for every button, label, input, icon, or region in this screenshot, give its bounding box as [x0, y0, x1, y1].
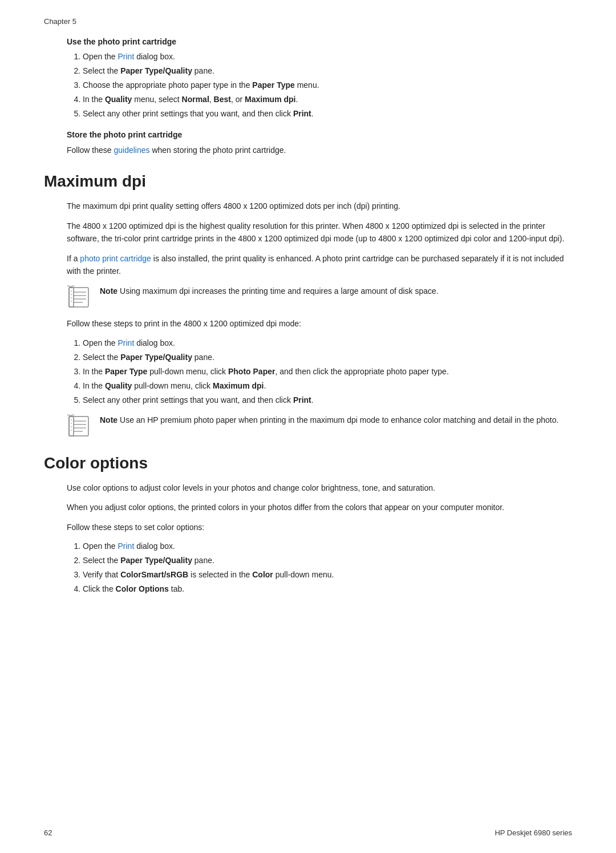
- note-icon-2: [67, 414, 94, 438]
- svg-rect-11: [69, 417, 74, 436]
- color-options-para3: Follow these steps to set color options:: [67, 521, 572, 533]
- max-dpi-para4: Follow these steps to print in the 4800 …: [67, 317, 572, 330]
- product-name: HP Deskjet 6980 series: [495, 828, 572, 837]
- list-item: Open the Print dialog box.: [83, 51, 572, 63]
- print-link-2[interactable]: Print: [118, 338, 135, 347]
- print-link-1[interactable]: Print: [118, 52, 135, 61]
- list-item: Select any other print settings that you…: [83, 108, 572, 120]
- note-box-2: Note Use an HP premium photo paper when …: [67, 414, 572, 438]
- list-item: Open the Print dialog box.: [83, 540, 572, 552]
- photo-print-cartridge-link[interactable]: photo print cartridge: [80, 254, 151, 263]
- color-options-para1: Use color options to adjust color levels…: [67, 482, 572, 494]
- note-box-1: Note Using maximum dpi increases the pri…: [67, 285, 572, 309]
- list-item: Click the Color Options tab.: [83, 583, 572, 595]
- note2-label: Note: [100, 415, 117, 425]
- chapter-label: Chapter 5: [44, 17, 572, 26]
- color-options-title: Color options: [44, 454, 572, 472]
- section1-steps: Open the Print dialog box. Select the Pa…: [83, 51, 572, 120]
- section1-heading: Use the photo print cartridge: [67, 37, 572, 46]
- print-link-3[interactable]: Print: [118, 541, 135, 551]
- list-item: Choose the appropriate photo paper type …: [83, 79, 572, 91]
- svg-rect-1: [69, 288, 74, 307]
- max-dpi-para3: If a photo print cartridge is also insta…: [67, 252, 572, 278]
- note1-text: Note Using maximum dpi increases the pri…: [100, 285, 439, 297]
- svg-rect-0: [69, 288, 88, 307]
- note-icon-1: [67, 285, 94, 309]
- list-item: In the Quality menu, select Normal, Best…: [83, 94, 572, 106]
- color-options-para2: When you adjust color options, the print…: [67, 501, 572, 514]
- section2-body: Follow these guidelines when storing the…: [67, 144, 572, 156]
- color-options-steps: Open the Print dialog box. Select the Pa…: [83, 540, 572, 595]
- page: Chapter 5 Use the photo print cartridge …: [0, 0, 616, 853]
- svg-rect-10: [69, 417, 88, 436]
- list-item: Open the Print dialog box.: [83, 337, 572, 349]
- list-item: In the Paper Type pull-down menu, click …: [83, 366, 572, 378]
- list-item: Select any other print settings that you…: [83, 394, 572, 406]
- list-item: Verify that ColorSmart/sRGB is selected …: [83, 569, 572, 581]
- guidelines-link[interactable]: guidelines: [114, 145, 149, 155]
- max-dpi-para2: The 4800 x 1200 optimized dpi is the hig…: [67, 220, 572, 245]
- page-number: 62: [44, 828, 52, 837]
- list-item: Select the Paper Type/Quality pane.: [83, 351, 572, 363]
- note1-label: Note: [100, 286, 117, 296]
- maximum-dpi-title: Maximum dpi: [44, 172, 572, 191]
- list-item: In the Quality pull-down menu, click Max…: [83, 380, 572, 392]
- max-dpi-steps: Open the Print dialog box. Select the Pa…: [83, 337, 572, 406]
- footer: 62 HP Deskjet 6980 series: [44, 828, 572, 837]
- max-dpi-para1: The maximum dpi print quality setting of…: [67, 200, 572, 212]
- list-item: Select the Paper Type/Quality pane.: [83, 555, 572, 567]
- list-item: Select the Paper Type/Quality pane.: [83, 65, 572, 77]
- section2-heading: Store the photo print cartridge: [67, 130, 572, 139]
- note2-text: Note Use an HP premium photo paper when …: [100, 414, 558, 426]
